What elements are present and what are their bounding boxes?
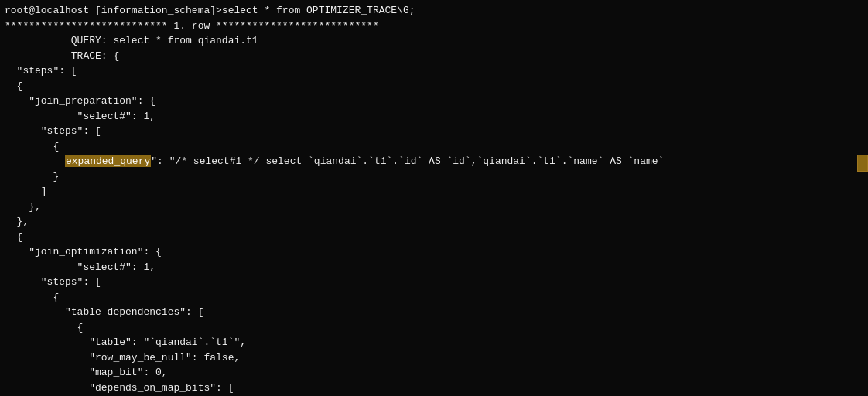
expanded-query-line: expanded_query": "/* select#1 */ select … — [5, 154, 863, 169]
query-line: QUERY: select * from qiandai.t1 — [5, 33, 863, 49]
steps-3-open: "steps": [ — [5, 275, 863, 290]
expanded-query-value: ": "/* select#1 */ select `qiandai`.`t1`… — [151, 155, 664, 167]
indent4-open: { — [5, 320, 863, 336]
map-bit: "map_bit": 0, — [5, 365, 863, 381]
join-prep-close: }, — [5, 200, 863, 215]
indent1-open: { — [5, 79, 863, 94]
steps-open: "steps": [ — [5, 63, 863, 79]
table-deps-open: "table_dependencies": [ — [5, 305, 863, 320]
terminal-window: root@localhost [information_schema]>sele… — [0, 0, 868, 396]
depends-on-map-bits: "depends_on_map_bits": [ — [5, 381, 863, 396]
prompt-line: root@localhost [information_schema]>sele… — [5, 3, 863, 19]
steps-2-close: ] — [5, 184, 863, 200]
trace-line: TRACE: { — [5, 49, 863, 64]
select-hash-2: "select#": 1, — [5, 260, 863, 275]
row-separator: *************************** 1. row *****… — [5, 19, 863, 34]
join-prep-open: "join_preparation": { — [5, 94, 863, 109]
select-hash-1: "select#": 1, — [5, 109, 863, 125]
scrollbar-thumb[interactable] — [857, 155, 868, 172]
row-may-be-null: "row_may_be_null": false, — [5, 350, 863, 366]
join-opt-open: "join_optimization": { — [5, 244, 863, 260]
expanded-query-key: expanded_query — [65, 155, 151, 167]
indent1-close-comma: }, — [5, 214, 863, 230]
steps-2-open: "steps": [ — [5, 124, 863, 139]
indent1-open2: { — [5, 230, 863, 245]
indent3-open: { — [5, 290, 863, 306]
indent2-close: } — [5, 169, 863, 185]
table-line: "table": "`qiandai`.`t1`", — [5, 335, 863, 350]
indent2-open: { — [5, 139, 863, 155]
